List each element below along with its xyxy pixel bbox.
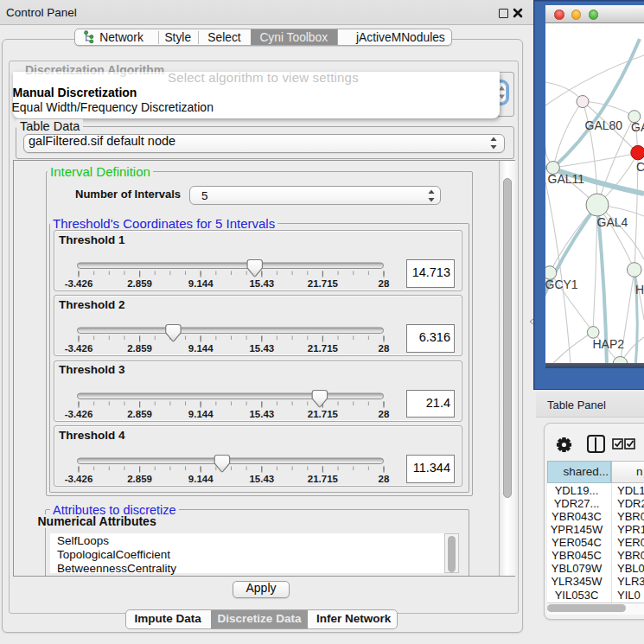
svg-text:9.144: 9.144 <box>188 343 214 354</box>
svg-text:2.859: 2.859 <box>127 343 152 354</box>
svg-text:21.715: 21.715 <box>308 409 339 419</box>
svg-text:15.43: 15.43 <box>249 343 274 354</box>
svg-text:9.144: 9.144 <box>188 278 214 289</box>
svg-text:21.715: 21.715 <box>308 343 339 354</box>
svg-text:-3.426: -3.426 <box>65 278 93 289</box>
svg-text:H: H <box>635 283 644 296</box>
svg-text:HAP2: HAP2 <box>593 337 625 351</box>
svg-text:2.859: 2.859 <box>127 474 152 484</box>
svg-text:2.859: 2.859 <box>127 409 152 419</box>
svg-text:GAL4: GAL4 <box>597 215 628 229</box>
svg-text:28: 28 <box>379 343 390 354</box>
svg-text:-3.426: -3.426 <box>65 409 93 419</box>
svg-text:-3.426: -3.426 <box>65 474 93 484</box>
svg-text:GAL80: GAL80 <box>585 118 623 132</box>
svg-text:CD: CD <box>636 160 644 174</box>
svg-text:21.715: 21.715 <box>308 474 339 484</box>
svg-text:28: 28 <box>379 409 390 419</box>
svg-text:GAL11: GAL11 <box>548 172 585 186</box>
svg-text:15.43: 15.43 <box>249 278 274 289</box>
svg-text:15.43: 15.43 <box>249 474 274 484</box>
svg-text:GA: GA <box>631 120 644 134</box>
svg-text:-3.426: -3.426 <box>65 343 93 354</box>
svg-text:28: 28 <box>379 474 390 484</box>
svg-text:9.144: 9.144 <box>188 474 214 484</box>
svg-text:15.43: 15.43 <box>249 409 274 419</box>
svg-text:28: 28 <box>379 278 390 289</box>
svg-text:9.144: 9.144 <box>188 409 214 419</box>
svg-text:21.715: 21.715 <box>308 278 339 289</box>
svg-text:GCY1: GCY1 <box>545 277 578 291</box>
svg-text:2.859: 2.859 <box>127 278 152 289</box>
